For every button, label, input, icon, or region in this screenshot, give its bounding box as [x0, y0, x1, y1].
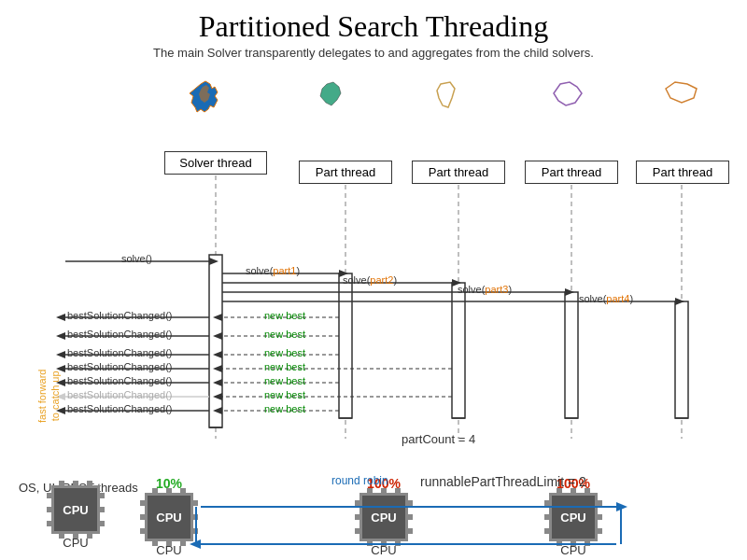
round-robin-arrows: [0, 471, 747, 560]
solve-label: solve(): [121, 253, 152, 264]
part2-thread-box: Part thread: [412, 161, 505, 184]
new-best-1: new best: [264, 310, 305, 321]
new-best-4: new best: [264, 361, 305, 372]
bsc-label-7: bestSolutionChanged(): [67, 403, 173, 414]
bsc-label-6-gray: bestSolutionChanged(): [67, 389, 173, 400]
solve-part4-label: solve(part4): [579, 293, 633, 304]
svg-rect-9: [675, 301, 688, 418]
page-title: Partitioned Search Threading: [0, 0, 747, 44]
bsc-label-5: bestSolutionChanged(): [67, 375, 173, 386]
new-best-7: new best: [264, 403, 305, 414]
diagram-area: Solver thread Part thread Part thread Pa…: [0, 70, 747, 471]
svg-marker-23: [56, 332, 65, 340]
svg-marker-21: [56, 314, 65, 321]
bottom-section: OS, UI, REST threads CPU CPU 10% CPU CPU…: [0, 471, 747, 560]
solver-thread-box: Solver thread: [164, 151, 267, 175]
fast-forward-label: fast forwardto catch up: [35, 368, 63, 424]
bsc-label-2: bestSolutionChanged(): [67, 329, 173, 340]
new-best-5: new best: [264, 375, 305, 386]
new-best-6: new best: [264, 389, 305, 400]
page-subtitle: The main Solver transparently delegates …: [0, 46, 747, 60]
svg-rect-7: [452, 283, 465, 418]
part4-thread-box: Part thread: [636, 161, 729, 184]
part3-thread-box: Part thread: [525, 161, 618, 184]
new-best-3: new best: [264, 347, 305, 358]
bsc-label-4: bestSolutionChanged(): [67, 361, 173, 372]
part1-thread-box: Part thread: [299, 161, 392, 184]
new-best-2: new best: [264, 329, 305, 340]
solve-part1-label: solve(part1): [246, 265, 300, 276]
svg-marker-25: [56, 351, 65, 358]
svg-rect-8: [565, 292, 578, 418]
part-count-label: partCount = 4: [402, 432, 475, 446]
svg-rect-5: [209, 255, 222, 427]
solve-part2-label: solve(part2): [343, 274, 397, 286]
bsc-label-3: bestSolutionChanged(): [67, 347, 173, 358]
bsc-label-1: bestSolutionChanged(): [67, 310, 173, 321]
solve-part3-label: solve(part3): [458, 284, 512, 295]
